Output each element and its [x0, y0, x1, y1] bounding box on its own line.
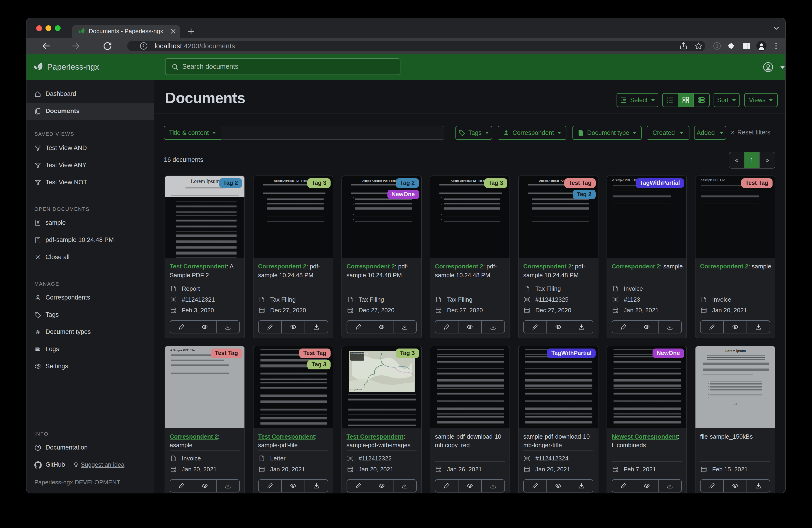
svg-text:Boundary Waters Trip: Boundary Waters Trip — [351, 353, 368, 355]
svg-text:Google Earth: Google Earth — [350, 388, 362, 391]
